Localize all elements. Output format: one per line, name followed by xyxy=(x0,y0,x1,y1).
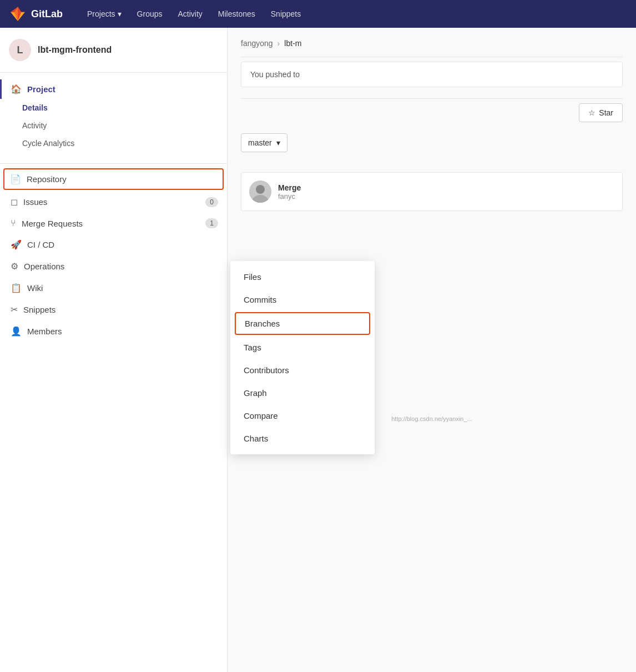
nav-groups[interactable]: Groups xyxy=(130,6,169,22)
nav-projects[interactable]: Projects ▾ xyxy=(80,6,128,22)
sidebar-item-cycle-analytics[interactable]: Cycle Analytics xyxy=(0,134,227,152)
sidebar-item-snippets[interactable]: ✂ Snippets xyxy=(0,299,227,320)
brand-logo[interactable]: GitLab xyxy=(9,5,63,23)
operations-icon: ⚙ xyxy=(11,261,18,272)
dropdown-item-graph[interactable]: Graph xyxy=(230,382,375,404)
top-navigation: GitLab Projects ▾ Groups Activity Milest… xyxy=(0,0,636,28)
breadcrumb-repo: lbt-m xyxy=(284,39,301,48)
sidebar: L lbt-mgm-frontend 🏠 Project Details Act… xyxy=(0,28,228,672)
project-section-title: 🏠 Project xyxy=(0,79,227,99)
activity-text: You pushed to xyxy=(250,70,300,79)
sidebar-item-activity[interactable]: Activity xyxy=(0,117,227,134)
svg-point-6 xyxy=(256,185,265,194)
dropdown-item-commits[interactable]: Commits xyxy=(230,288,375,311)
breadcrumb-separator: › xyxy=(277,39,280,48)
merge-info: Merge fanyc xyxy=(278,183,301,200)
dropdown-item-files[interactable]: Files xyxy=(230,265,375,288)
nav-snippets[interactable]: Snippets xyxy=(264,6,307,22)
nav-activity[interactable]: Activity xyxy=(171,6,209,22)
merge-name: Merge xyxy=(278,183,301,192)
sidebar-item-members[interactable]: 👤 Members xyxy=(0,320,227,342)
breadcrumb-user: fangyong xyxy=(241,39,273,48)
breadcrumb: fangyong › lbt-m xyxy=(241,39,623,48)
sidebar-item-operations[interactable]: ⚙ Operations xyxy=(0,255,227,277)
project-avatar: L xyxy=(9,39,31,61)
user-avatar-image xyxy=(249,180,271,203)
issues-badge: 0 xyxy=(205,197,218,207)
merge-requests-badge: 1 xyxy=(205,218,218,228)
gitlab-fox-icon xyxy=(9,5,27,23)
sidebar-item-ci-cd[interactable]: 🚀 CI / CD xyxy=(0,234,227,255)
project-header: L lbt-mgm-frontend xyxy=(0,28,227,73)
chevron-down-icon: ▾ xyxy=(118,9,122,18)
merge-card: Merge fanyc xyxy=(241,172,623,211)
issues-icon: ◻ xyxy=(11,197,18,207)
home-icon: 🏠 xyxy=(11,84,22,94)
members-icon: 👤 xyxy=(11,326,22,337)
nav-milestones[interactable]: Milestones xyxy=(211,6,262,22)
ci-cd-icon: 🚀 xyxy=(11,239,22,250)
merge-requests-icon: ⑂ xyxy=(11,218,16,228)
sidebar-item-repository[interactable]: 📄 Repository xyxy=(3,168,224,190)
dropdown-item-branches[interactable]: Branches xyxy=(235,312,370,335)
dropdown-item-compare[interactable]: Compare xyxy=(230,404,375,427)
project-name: lbt-mgm-frontend xyxy=(38,45,112,55)
star-icon: ☆ xyxy=(588,108,595,117)
repository-icon: 📄 xyxy=(10,174,21,184)
dropdown-item-contributors[interactable]: Contributors xyxy=(230,359,375,382)
snippets-icon: ✂ xyxy=(11,304,18,315)
repository-dropdown: Files Commits Branches Tags Contributors… xyxy=(230,261,375,454)
project-section: 🏠 Project Details Activity Cycle Analyti… xyxy=(0,73,227,159)
chevron-down-icon: ▾ xyxy=(276,138,280,147)
nav-links: Projects ▾ Groups Activity Milestones Sn… xyxy=(80,6,307,22)
sidebar-item-issues[interactable]: ◻ Issues 0 xyxy=(0,191,227,213)
avatar xyxy=(249,180,271,203)
dropdown-item-tags[interactable]: Tags xyxy=(230,336,375,359)
branch-name: master xyxy=(248,138,272,147)
branch-selector[interactable]: master ▾ xyxy=(241,133,287,152)
dropdown-item-charts[interactable]: Charts xyxy=(230,427,375,450)
merge-sub: fanyc xyxy=(278,192,301,200)
star-button[interactable]: ☆ Star xyxy=(579,103,623,122)
wiki-icon: 📋 xyxy=(11,283,22,293)
brand-name: GitLab xyxy=(31,8,63,20)
activity-banner: You pushed to xyxy=(241,62,623,87)
watermark: http://blog.csdn.ne/yyanxin_... xyxy=(391,415,472,422)
sidebar-item-details[interactable]: Details xyxy=(0,99,227,117)
sidebar-item-wiki[interactable]: 📋 Wiki xyxy=(0,277,227,299)
sidebar-item-merge-requests[interactable]: ⑂ Merge Requests 1 xyxy=(0,213,227,234)
